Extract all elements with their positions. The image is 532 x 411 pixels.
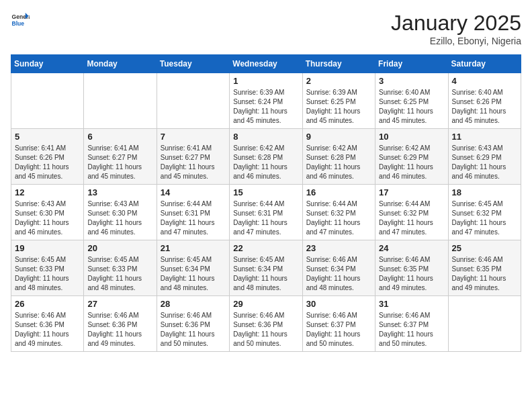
day-number: 28: [161, 299, 226, 309]
day-info: Sunrise: 6:45 AMSunset: 6:34 PMDaylight:…: [233, 255, 298, 293]
day-number: 9: [306, 132, 371, 142]
day-number: 14: [161, 187, 226, 197]
calendar-cell: 16Sunrise: 6:44 AMSunset: 6:32 PMDayligh…: [302, 185, 375, 240]
subtitle: Ezillo, Ebonyi, Nigeria: [391, 36, 521, 46]
day-number: 23: [306, 243, 371, 253]
day-number: 6: [87, 132, 152, 142]
calendar-cell: 28Sunrise: 6:46 AMSunset: 6:36 PMDayligh…: [157, 296, 229, 352]
calendar-cell: 25Sunrise: 6:46 AMSunset: 6:35 PMDayligh…: [448, 240, 521, 296]
day-info: Sunrise: 6:45 AMSunset: 6:34 PMDaylight:…: [161, 255, 226, 293]
day-info: Sunrise: 6:39 AMSunset: 6:24 PMDaylight:…: [233, 88, 298, 126]
calendar-cell: 15Sunrise: 6:44 AMSunset: 6:31 PMDayligh…: [230, 185, 302, 240]
weekday-header-wednesday: Wednesday: [230, 55, 302, 73]
calendar-cell: [157, 73, 229, 129]
calendar-cell: 6Sunrise: 6:41 AMSunset: 6:27 PMDaylight…: [84, 129, 157, 185]
day-number: 8: [233, 132, 298, 142]
day-number: 3: [379, 76, 444, 86]
calendar-cell: 5Sunrise: 6:41 AMSunset: 6:26 PMDaylight…: [11, 129, 84, 185]
svg-text:Blue: Blue: [12, 20, 25, 27]
day-info: Sunrise: 6:43 AMSunset: 6:30 PMDaylight:…: [15, 199, 80, 237]
week-row-2: 5Sunrise: 6:41 AMSunset: 6:26 PMDaylight…: [11, 129, 521, 185]
day-info: Sunrise: 6:46 AMSunset: 6:35 PMDaylight:…: [452, 255, 517, 293]
day-info: Sunrise: 6:43 AMSunset: 6:29 PMDaylight:…: [452, 144, 517, 181]
calendar-cell: [448, 296, 521, 352]
day-info: Sunrise: 6:44 AMSunset: 6:32 PMDaylight:…: [379, 199, 444, 237]
day-number: 15: [233, 187, 298, 197]
day-info: Sunrise: 6:42 AMSunset: 6:29 PMDaylight:…: [379, 144, 444, 181]
calendar-cell: 4Sunrise: 6:40 AMSunset: 6:26 PMDaylight…: [448, 73, 521, 129]
day-number: 4: [452, 76, 517, 86]
week-row-5: 26Sunrise: 6:46 AMSunset: 6:36 PMDayligh…: [11, 296, 521, 352]
day-number: 16: [306, 187, 371, 197]
calendar-cell: 27Sunrise: 6:46 AMSunset: 6:36 PMDayligh…: [84, 296, 157, 352]
day-info: Sunrise: 6:40 AMSunset: 6:25 PMDaylight:…: [379, 88, 444, 126]
calendar-cell: [11, 73, 84, 129]
day-number: 2: [306, 76, 371, 86]
weekday-header-monday: Monday: [84, 55, 157, 73]
calendar-cell: 12Sunrise: 6:43 AMSunset: 6:30 PMDayligh…: [11, 185, 84, 240]
week-row-3: 12Sunrise: 6:43 AMSunset: 6:30 PMDayligh…: [11, 185, 521, 240]
title-block: January 2025 Ezillo, Ebonyi, Nigeria: [391, 11, 521, 46]
calendar-cell: 13Sunrise: 6:43 AMSunset: 6:30 PMDayligh…: [84, 185, 157, 240]
calendar-cell: 31Sunrise: 6:46 AMSunset: 6:37 PMDayligh…: [375, 296, 448, 352]
logo: General Blue: [11, 11, 30, 30]
day-info: Sunrise: 6:40 AMSunset: 6:26 PMDaylight:…: [452, 88, 517, 126]
calendar-cell: 14Sunrise: 6:44 AMSunset: 6:31 PMDayligh…: [157, 185, 229, 240]
calendar-cell: 3Sunrise: 6:40 AMSunset: 6:25 PMDaylight…: [375, 73, 448, 129]
day-number: 12: [15, 187, 80, 197]
week-row-4: 19Sunrise: 6:45 AMSunset: 6:33 PMDayligh…: [11, 240, 521, 296]
calendar-cell: 19Sunrise: 6:45 AMSunset: 6:33 PMDayligh…: [11, 240, 84, 296]
page-header: General Blue January 2025 Ezillo, Ebonyi…: [11, 11, 521, 46]
day-number: 19: [15, 243, 80, 253]
day-number: 26: [15, 299, 80, 309]
calendar-cell: 1Sunrise: 6:39 AMSunset: 6:24 PMDaylight…: [230, 73, 302, 129]
weekday-header-saturday: Saturday: [448, 55, 521, 73]
day-info: Sunrise: 6:46 AMSunset: 6:34 PMDaylight:…: [306, 255, 371, 293]
day-number: 27: [87, 299, 152, 309]
day-number: 17: [379, 187, 444, 197]
day-info: Sunrise: 6:42 AMSunset: 6:28 PMDaylight:…: [233, 144, 298, 181]
day-info: Sunrise: 6:43 AMSunset: 6:30 PMDaylight:…: [87, 199, 152, 237]
day-number: 30: [306, 299, 371, 309]
day-info: Sunrise: 6:41 AMSunset: 6:26 PMDaylight:…: [15, 144, 80, 181]
weekday-header-tuesday: Tuesday: [157, 55, 229, 73]
calendar: SundayMondayTuesdayWednesdayThursdayFrid…: [11, 54, 521, 352]
day-number: 29: [233, 299, 298, 309]
calendar-cell: 29Sunrise: 6:46 AMSunset: 6:36 PMDayligh…: [230, 296, 302, 352]
calendar-cell: 2Sunrise: 6:39 AMSunset: 6:25 PMDaylight…: [302, 73, 375, 129]
day-number: 22: [233, 243, 298, 253]
calendar-cell: [84, 73, 157, 129]
day-number: 21: [161, 243, 226, 253]
day-info: Sunrise: 6:44 AMSunset: 6:31 PMDaylight:…: [161, 199, 226, 237]
calendar-cell: 30Sunrise: 6:46 AMSunset: 6:37 PMDayligh…: [302, 296, 375, 352]
calendar-cell: 22Sunrise: 6:45 AMSunset: 6:34 PMDayligh…: [230, 240, 302, 296]
calendar-cell: 20Sunrise: 6:45 AMSunset: 6:33 PMDayligh…: [84, 240, 157, 296]
calendar-cell: 17Sunrise: 6:44 AMSunset: 6:32 PMDayligh…: [375, 185, 448, 240]
day-info: Sunrise: 6:45 AMSunset: 6:33 PMDaylight:…: [15, 255, 80, 293]
weekday-header-sunday: Sunday: [11, 55, 84, 73]
calendar-cell: 23Sunrise: 6:46 AMSunset: 6:34 PMDayligh…: [302, 240, 375, 296]
calendar-cell: 18Sunrise: 6:45 AMSunset: 6:32 PMDayligh…: [448, 185, 521, 240]
day-number: 1: [233, 76, 298, 86]
day-info: Sunrise: 6:44 AMSunset: 6:32 PMDaylight:…: [306, 199, 371, 237]
calendar-cell: 21Sunrise: 6:45 AMSunset: 6:34 PMDayligh…: [157, 240, 229, 296]
calendar-cell: 7Sunrise: 6:41 AMSunset: 6:27 PMDaylight…: [157, 129, 229, 185]
calendar-cell: 11Sunrise: 6:43 AMSunset: 6:29 PMDayligh…: [448, 129, 521, 185]
day-info: Sunrise: 6:41 AMSunset: 6:27 PMDaylight:…: [87, 144, 152, 181]
month-title: January 2025: [391, 11, 521, 36]
calendar-cell: 26Sunrise: 6:46 AMSunset: 6:36 PMDayligh…: [11, 296, 84, 352]
weekday-header-friday: Friday: [375, 55, 448, 73]
day-number: 11: [452, 132, 517, 142]
day-number: 25: [452, 243, 517, 253]
day-info: Sunrise: 6:39 AMSunset: 6:25 PMDaylight:…: [306, 88, 371, 126]
calendar-cell: 8Sunrise: 6:42 AMSunset: 6:28 PMDaylight…: [230, 129, 302, 185]
day-info: Sunrise: 6:45 AMSunset: 6:33 PMDaylight:…: [87, 255, 152, 293]
day-info: Sunrise: 6:46 AMSunset: 6:36 PMDaylight:…: [161, 311, 226, 349]
day-number: 18: [452, 187, 517, 197]
day-number: 24: [379, 243, 444, 253]
day-info: Sunrise: 6:46 AMSunset: 6:36 PMDaylight:…: [233, 311, 298, 349]
weekday-header-row: SundayMondayTuesdayWednesdayThursdayFrid…: [11, 55, 521, 73]
day-info: Sunrise: 6:46 AMSunset: 6:37 PMDaylight:…: [306, 311, 371, 349]
day-info: Sunrise: 6:46 AMSunset: 6:37 PMDaylight:…: [379, 311, 444, 349]
logo-icon: General Blue: [11, 11, 30, 30]
